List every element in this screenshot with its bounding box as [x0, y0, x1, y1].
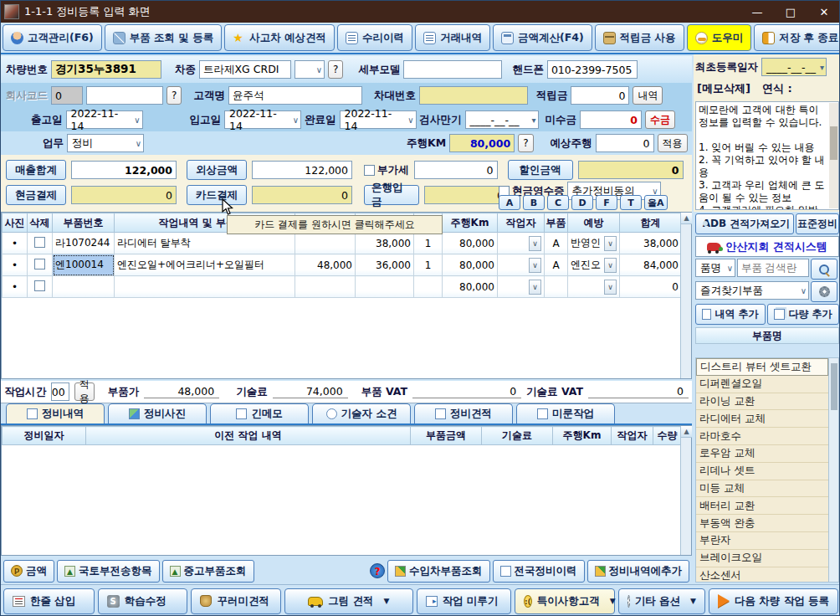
parts-list-item[interactable]: 부란자 — [696, 532, 828, 550]
quick-a-button[interactable]: A — [499, 195, 520, 210]
cell-total[interactable]: 38,000 — [620, 233, 682, 254]
hcol-part-amt[interactable]: 부품금액 — [411, 427, 482, 445]
scroll-up-icon[interactable]: ▲ — [681, 426, 692, 438]
model-combo[interactable]: ∨ — [295, 60, 325, 79]
cell-labor[interactable]: 38,000 — [356, 233, 414, 254]
bulk-add-button[interactable]: 다량 추가 — [767, 304, 839, 325]
parts-search-button[interactable]: 부품 조회 및 등록 — [105, 24, 223, 51]
learn-edit-button[interactable]: S학습수정 — [98, 588, 188, 614]
in-date-combo[interactable]: 2022-11-14∨ — [224, 110, 301, 129]
search-button[interactable] — [811, 259, 837, 280]
col-part[interactable]: 부품 — [545, 213, 568, 233]
card-pay-field[interactable]: 0 — [252, 186, 352, 204]
first-reg-combo[interactable]: ____-__-__▾ — [761, 58, 827, 76]
cell-part[interactable] — [545, 276, 568, 298]
cell-part-no[interactable]: 라1070244 — [53, 233, 115, 254]
use-points-button[interactable]: 적립금 사용 — [595, 24, 684, 51]
tab-repair-photos[interactable]: 정비사진 — [108, 403, 207, 424]
work-row[interactable]: • 80,000 ∨ ∨ 0 — [3, 276, 682, 298]
sales-total-field[interactable]: 122,000 — [71, 161, 177, 179]
km-field[interactable]: 80,000 — [449, 134, 515, 152]
memo-delete-button[interactable]: [메모삭제] — [697, 81, 750, 96]
memo-scrollbar[interactable] — [829, 103, 838, 208]
credit-field[interactable]: 122,000 — [252, 161, 352, 179]
worker-combo[interactable]: ∨ — [529, 280, 541, 295]
hcol-km[interactable]: 주행Km — [553, 427, 612, 445]
prevent-combo[interactable]: ∨ — [604, 280, 617, 295]
company-help-button[interactable]: ? — [166, 86, 182, 105]
cell-qty[interactable]: 1 — [414, 254, 443, 276]
other-options-button[interactable]: 기타 옵션▼ — [618, 588, 705, 614]
col-km[interactable]: 주행Km — [443, 213, 498, 233]
scroll-up-icon[interactable]: ▲ — [681, 213, 692, 224]
bank-deposit-field[interactable]: 0 — [424, 186, 508, 204]
expected-km-field[interactable]: 0 — [596, 134, 654, 152]
work-time-field[interactable]: 0.00 — [51, 382, 69, 401]
cell-part-no-selected[interactable]: 엔100014 — [53, 254, 115, 276]
row-delete-checkbox[interactable] — [34, 237, 45, 248]
cell-km[interactable]: 80,000 — [443, 254, 498, 276]
cell-total[interactable]: 84,000 — [620, 254, 682, 276]
cell-km[interactable]: 80,000 — [443, 233, 498, 254]
cell-part-amt[interactable] — [295, 233, 356, 254]
quick-d-button[interactable]: D — [571, 195, 593, 210]
credit-button[interactable]: 외상금액 — [187, 160, 247, 180]
receivable-field[interactable]: 0 — [580, 110, 642, 129]
row-delete-checkbox[interactable] — [34, 280, 45, 291]
help-icon[interactable]: ? — [370, 563, 385, 578]
done-date-combo[interactable]: 2022-11-14∨ — [340, 110, 417, 129]
collect-button[interactable]: 수금 — [645, 110, 675, 129]
parts-list-item[interactable]: 브레이크오일 — [696, 550, 828, 567]
import-parts-button[interactable]: 수입차부품조회 — [387, 560, 490, 583]
worker-combo[interactable]: ∨ — [529, 236, 541, 251]
prevent-combo[interactable]: ∨ — [604, 258, 617, 273]
special-customer-button[interactable]: :(특이사항고객▼ — [515, 588, 615, 614]
quick-t-button[interactable]: T — [620, 195, 642, 210]
col-total[interactable]: 합계 — [620, 213, 682, 233]
settings-button[interactable] — [811, 281, 837, 302]
parts-list-item[interactable]: 로우암 교체 — [696, 445, 828, 463]
add-item-button[interactable]: 내역 추가 — [695, 304, 766, 325]
phone-field[interactable]: 010-2399-7505 — [547, 60, 638, 79]
work-row[interactable]: • 라1070244 라디에터 탈부착 38,000 1 80,000 ∨ A … — [3, 233, 682, 254]
amount-button[interactable]: P금액 — [3, 560, 54, 583]
parts-list-item[interactable]: 디퍼렌셜오일 — [696, 376, 828, 393]
vehicle-no-field[interactable]: 경기35누3891 — [51, 60, 161, 79]
cell-part-amt[interactable] — [295, 276, 356, 298]
col-prevent[interactable]: 예방 — [568, 213, 620, 233]
hcol-prev-work[interactable]: 이전 작업 내역 — [86, 427, 411, 445]
tab-repair-history[interactable]: 정비내역 — [6, 403, 105, 424]
vat-field[interactable]: 0 — [414, 161, 498, 179]
sales-total-button[interactable]: 매출합계 — [6, 160, 66, 180]
company-name-field[interactable] — [86, 86, 163, 105]
parts-list-scrollbar[interactable] — [828, 357, 839, 583]
tab-repair-quote[interactable]: 정비견적 — [414, 403, 513, 424]
tab-technician-opinion[interactable]: 기술자 소견 — [312, 403, 411, 424]
parts-list-item[interactable]: 배터리 교환 — [696, 497, 828, 515]
points-field[interactable]: 0 — [571, 86, 629, 105]
national-history-button[interactable]: 전국정비이력 — [493, 560, 585, 583]
amount-calc-button[interactable]: 금액계산(F4) — [493, 24, 592, 51]
row-delete-checkbox[interactable] — [34, 259, 45, 270]
parts-list-item[interactable]: 부동액 완충 — [696, 515, 828, 532]
adb-quote-button[interactable]: ADB 견적가져오기 — [695, 213, 794, 234]
worker-combo[interactable]: ∨ — [529, 258, 541, 273]
work-row[interactable]: • 엔100014 엔진오일+에어크리너+오일필터 48,000 36,000 … — [3, 254, 682, 276]
inspect-date-combo[interactable]: ____-__-__▾ — [465, 110, 539, 129]
cell-labor[interactable] — [356, 276, 414, 298]
hcol-date[interactable]: 정비일자 — [3, 427, 86, 445]
bank-deposit-button[interactable]: 은행입금 — [364, 185, 419, 205]
quick-b-button[interactable]: B — [523, 195, 545, 210]
ansan-quote-system-link[interactable]: 안산지회 견적시스템 — [695, 236, 839, 257]
points-history-button[interactable]: 내역 — [633, 86, 663, 105]
insert-line-button[interactable]: 한줄 삽입 — [3, 588, 95, 614]
cell-labor[interactable]: 36,000 — [356, 254, 414, 276]
grid-scrollbar[interactable]: ▲ — [680, 213, 691, 378]
parts-list-item[interactable]: 미등 교체 — [696, 480, 828, 498]
bundle-quote-button[interactable]: 꾸러미견적 — [191, 588, 281, 614]
minimize-button[interactable]: — — [740, 1, 774, 23]
cell-part-amt[interactable]: 48,000 — [295, 254, 356, 276]
parts-list-item[interactable]: 라이닝 교환 — [696, 393, 828, 411]
cell-km[interactable]: 80,000 — [443, 276, 498, 298]
card-pay-button[interactable]: 카드결제 — [187, 185, 247, 205]
